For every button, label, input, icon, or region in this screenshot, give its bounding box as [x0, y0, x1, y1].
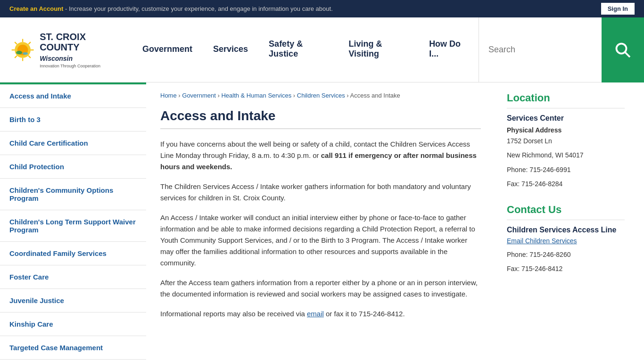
- breadcrumb-sep4: ›: [347, 92, 350, 99]
- contact-title: Contact Us: [507, 204, 625, 220]
- sidebar-item-kinship-care[interactable]: Kinship Care: [0, 313, 146, 336]
- sidebar-item-access-intake[interactable]: Access and Intake: [0, 84, 146, 108]
- email-children-services-link[interactable]: Email Children Services: [507, 237, 577, 245]
- search-button[interactable]: [602, 17, 644, 82]
- svg-line-6: [15, 42, 17, 44]
- breadcrumb-government[interactable]: Government: [182, 92, 216, 99]
- location-fax: Fax: 715-246-8284: [507, 179, 625, 189]
- breadcrumb: Home › Government › Health & Human Servi…: [160, 92, 481, 99]
- nav-item-living-visiting[interactable]: Living & Visiting: [338, 17, 419, 82]
- contact-phone: Phone: 715-246-8260: [507, 249, 625, 260]
- sidebar-item-childrens-long-term[interactable]: Children's Long Term Support Waiver Prog…: [0, 210, 146, 242]
- sidebar: Access and Intake Birth to 3 Child Care …: [0, 82, 146, 360]
- svg-point-10: [16, 50, 22, 54]
- sidebar-item-child-care-cert[interactable]: Child Care Certification: [0, 132, 146, 155]
- breadcrumb-current: Access and Intake: [350, 92, 400, 99]
- address-label: Physical Address: [507, 126, 625, 134]
- paragraph-2: The Children Services Access / Intake wo…: [160, 181, 481, 204]
- top-banner: Create an Account - Increase your produc…: [0, 0, 644, 17]
- breadcrumb-hhs[interactable]: Health & Human Services: [221, 92, 291, 99]
- p5-text-after: or fax it to 715-246-8412.: [324, 310, 405, 318]
- breadcrumb-home[interactable]: Home: [160, 92, 177, 99]
- location-title: Location: [507, 92, 625, 108]
- sidebar-item-targeted-case[interactable]: Targeted Case Management: [0, 336, 146, 360]
- create-account-link[interactable]: Create an Account: [9, 5, 63, 12]
- svg-line-13: [625, 52, 630, 57]
- contact-fax: Fax: 715-246-8412: [507, 263, 625, 274]
- p5-text-before: Informational reports may also be receiv…: [160, 310, 307, 318]
- facility-name: Services Center: [507, 114, 625, 123]
- main-content: Home › Government › Health & Human Servi…: [146, 82, 495, 360]
- banner-message: - Increase your productivity, customize …: [63, 5, 332, 12]
- svg-line-8: [28, 42, 31, 44]
- logo-tagline: Innovation Through Cooperation: [40, 64, 123, 68]
- contact-name: Children Services Access Line: [507, 226, 625, 234]
- right-sidebar: Location Services Center Physical Addres…: [495, 82, 636, 360]
- paragraph-4: After the Access team gathers informatio…: [160, 277, 481, 300]
- location-phone: Phone: 715-246-6991: [507, 165, 625, 175]
- main-body-text: If you have concerns about the well bein…: [160, 139, 481, 320]
- paragraph-3: An Access / Intake worker will conduct a…: [160, 212, 481, 269]
- address-line2: New Richmond, WI 54017: [507, 150, 625, 160]
- search-icon: [614, 41, 631, 58]
- breadcrumb-sep3: ›: [293, 92, 297, 99]
- sidebar-item-juvenile-justice[interactable]: Juvenile Justice: [0, 289, 146, 313]
- nav-item-services[interactable]: Services: [203, 17, 258, 82]
- p5-email-link[interactable]: email: [307, 310, 324, 318]
- svg-point-12: [617, 43, 627, 53]
- paragraph-1: If you have concerns about the well bein…: [160, 139, 481, 173]
- svg-point-11: [23, 52, 28, 55]
- svg-line-7: [28, 56, 31, 58]
- sidebar-item-foster-care[interactable]: Foster Care: [0, 265, 146, 289]
- contact-section: Contact Us Children Services Access Line…: [507, 204, 625, 274]
- address-line1: 1752 Dorset Ln: [507, 136, 625, 146]
- sidebar-item-childrens-community[interactable]: Children's Community Options Program: [0, 179, 146, 210]
- main-nav: Government Services Safety & Justice Liv…: [132, 17, 602, 82]
- site-header: ST. CROIX COUNTYWisconsin Innovation Thr…: [0, 17, 644, 82]
- nav-item-how-do-i[interactable]: How Do I...: [419, 17, 479, 82]
- logo-title: ST. CROIX COUNTYWisconsin: [40, 32, 123, 63]
- breadcrumb-children-services[interactable]: Children Services: [297, 92, 345, 99]
- sidebar-item-coordinated-family[interactable]: Coordinated Family Services: [0, 242, 146, 265]
- page-title: Access and Intake: [160, 108, 481, 129]
- nav-item-safety-justice[interactable]: Safety & Justice: [258, 17, 338, 82]
- content-wrapper: Access and Intake Birth to 3 Child Care …: [0, 82, 644, 360]
- site-logo-icon: [9, 36, 36, 64]
- svg-line-9: [15, 56, 17, 58]
- search-area: [479, 17, 602, 82]
- paragraph-5: Informational reports may also be receiv…: [160, 308, 481, 320]
- nav-item-government[interactable]: Government: [132, 17, 203, 82]
- location-section: Location Services Center Physical Addres…: [507, 92, 625, 189]
- sign-in-button[interactable]: Sign In: [601, 3, 635, 15]
- logo-area: ST. CROIX COUNTYWisconsin Innovation Thr…: [0, 27, 132, 73]
- search-input[interactable]: [488, 45, 592, 55]
- sidebar-item-birth-to-3[interactable]: Birth to 3: [0, 108, 146, 132]
- sidebar-item-child-protection[interactable]: Child Protection: [0, 155, 146, 179]
